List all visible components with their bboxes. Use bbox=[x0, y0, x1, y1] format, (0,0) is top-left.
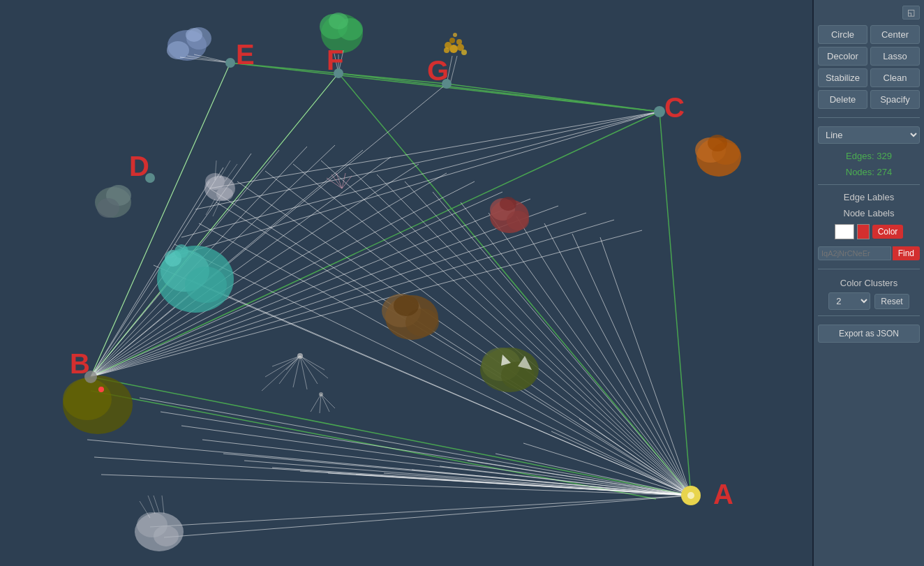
export-button[interactable]: Export as JSON bbox=[818, 325, 920, 343]
svg-line-57 bbox=[91, 157, 391, 377]
svg-point-106 bbox=[708, 135, 727, 151]
svg-line-12 bbox=[209, 188, 691, 496]
svg-point-97 bbox=[456, 39, 462, 45]
svg-line-11 bbox=[91, 391, 656, 499]
svg-line-2 bbox=[91, 112, 660, 377]
svg-line-24 bbox=[405, 181, 691, 496]
svg-line-37 bbox=[244, 461, 691, 496]
cluster-count-select[interactable]: 2 3 4 5 6 bbox=[828, 292, 870, 310]
svg-line-17 bbox=[216, 202, 691, 496]
svg-line-71 bbox=[91, 63, 230, 377]
svg-point-89 bbox=[329, 13, 348, 29]
svg-line-142 bbox=[300, 356, 325, 370]
sidebar: ◱ Circle Center Decolor Lasso Stabilize … bbox=[812, 0, 924, 566]
svg-line-59 bbox=[91, 173, 447, 377]
svg-line-78 bbox=[164, 496, 691, 537]
svg-line-151 bbox=[321, 394, 335, 408]
svg-point-125 bbox=[507, 211, 529, 230]
circle-button[interactable]: Circle bbox=[818, 25, 867, 44]
svg-line-68 bbox=[195, 112, 660, 209]
svg-line-9 bbox=[91, 377, 691, 496]
divider-3 bbox=[818, 269, 920, 269]
node-c-label: C bbox=[664, 92, 685, 123]
edge-type-row: Line Curve Arrow bbox=[818, 126, 920, 144]
node-labels-label: Node Labels bbox=[818, 207, 920, 220]
divider-4 bbox=[818, 315, 920, 316]
spacify-button[interactable]: Spacify bbox=[870, 90, 920, 109]
svg-line-19 bbox=[265, 171, 691, 496]
svg-line-157 bbox=[162, 496, 164, 514]
svg-line-149 bbox=[320, 394, 321, 413]
svg-line-8 bbox=[660, 112, 691, 496]
svg-line-62 bbox=[91, 199, 530, 377]
svg-line-158 bbox=[148, 496, 155, 514]
svg-point-130 bbox=[394, 295, 419, 316]
cluster-bottom-left bbox=[135, 496, 184, 551]
cluster-row: 2 3 4 5 6 Reset bbox=[818, 292, 920, 310]
node-a-label: A bbox=[713, 479, 733, 509]
node-b-dot bbox=[98, 387, 104, 392]
svg-point-147 bbox=[297, 353, 303, 359]
node-f-label: F bbox=[327, 45, 343, 75]
svg-line-67 bbox=[209, 112, 660, 188]
svg-line-77 bbox=[150, 496, 691, 527]
svg-point-100 bbox=[453, 33, 457, 37]
expand-button[interactable]: ◱ bbox=[902, 6, 920, 20]
cluster-scatter bbox=[262, 353, 335, 413]
svg-line-121 bbox=[213, 201, 220, 216]
cluster-red bbox=[490, 197, 529, 233]
lasso-button[interactable]: Lasso bbox=[870, 47, 920, 66]
find-input[interactable] bbox=[818, 246, 891, 260]
cluster-teal bbox=[157, 244, 234, 313]
svg-line-145 bbox=[265, 356, 300, 377]
color-button[interactable]: Color bbox=[872, 225, 904, 239]
cluster-b-blob bbox=[63, 375, 133, 434]
svg-point-126 bbox=[500, 197, 516, 211]
color-swatch-red bbox=[857, 224, 870, 239]
cluster-d bbox=[95, 185, 131, 218]
edge-labels-label: Edge Lables bbox=[818, 191, 920, 204]
svg-point-99 bbox=[461, 50, 467, 55]
svg-point-112 bbox=[185, 267, 227, 303]
cluster-brown bbox=[382, 294, 439, 340]
cluster-middle bbox=[327, 173, 352, 188]
svg-line-84 bbox=[194, 54, 230, 63]
svg-point-117 bbox=[216, 187, 233, 201]
decolor-button[interactable]: Decolor bbox=[818, 47, 867, 66]
svg-point-152 bbox=[319, 392, 323, 396]
svg-line-14 bbox=[174, 244, 691, 496]
svg-line-32 bbox=[140, 398, 691, 496]
cluster-c bbox=[695, 135, 741, 177]
svg-line-118 bbox=[220, 161, 230, 178]
svg-line-69 bbox=[181, 112, 660, 237]
svg-point-114 bbox=[174, 244, 188, 258]
svg-point-81 bbox=[167, 41, 189, 59]
node-e[interactable] bbox=[225, 58, 235, 68]
nodes-stat: Nodes: 274 bbox=[818, 165, 920, 179]
svg-point-109 bbox=[97, 198, 119, 218]
node-c[interactable] bbox=[654, 106, 665, 117]
svg-line-16 bbox=[188, 279, 691, 496]
delete-button[interactable]: Delete bbox=[818, 90, 867, 109]
edges-stat: Edges: 329 bbox=[818, 149, 920, 163]
color-clusters-label: Color Clusters bbox=[818, 275, 920, 290]
stabilize-button[interactable]: Stabilize bbox=[818, 68, 867, 87]
edge-type-select[interactable]: Line Curve Arrow bbox=[818, 126, 920, 144]
node-b-label: B bbox=[70, 348, 90, 379]
reset-button[interactable]: Reset bbox=[874, 294, 909, 309]
center-button[interactable]: Center bbox=[870, 25, 920, 44]
graph-canvas[interactable]: A B C D E F G bbox=[0, 0, 812, 566]
button-grid: Circle Center Decolor Lasso Stabilize Cl… bbox=[818, 25, 920, 109]
clean-button[interactable]: Clean bbox=[870, 68, 920, 87]
svg-line-156 bbox=[154, 496, 159, 512]
find-button[interactable]: Find bbox=[893, 246, 920, 260]
svg-point-132 bbox=[63, 378, 112, 420]
svg-line-70 bbox=[167, 112, 660, 258]
svg-line-28 bbox=[516, 216, 691, 496]
svg-point-82 bbox=[186, 28, 202, 42]
svg-line-148 bbox=[311, 394, 321, 412]
divider-2 bbox=[818, 184, 920, 185]
color-row: Color bbox=[818, 224, 920, 239]
divider-1 bbox=[818, 117, 920, 118]
svg-point-98 bbox=[444, 47, 449, 53]
